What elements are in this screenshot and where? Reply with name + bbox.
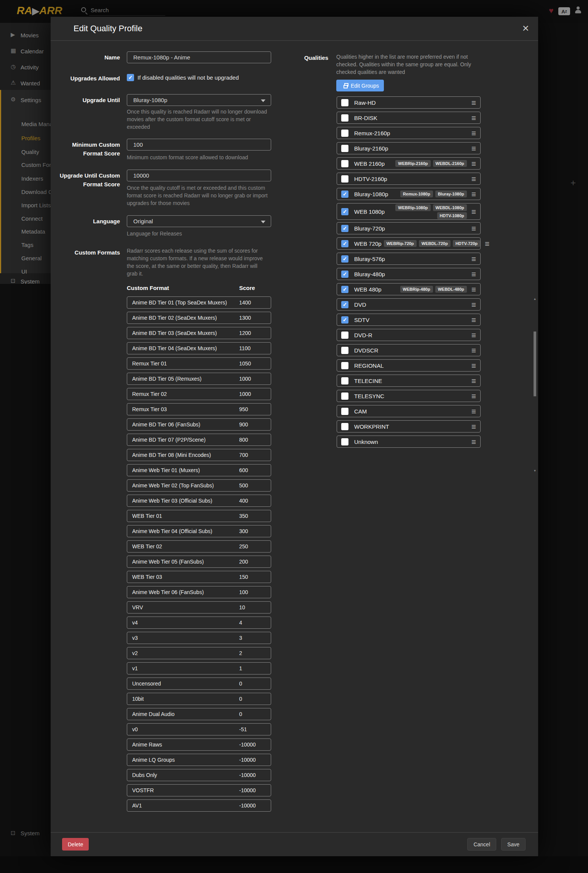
quality-item-unknown[interactable]: Unknown [337, 436, 481, 448]
drag-handle-icon[interactable] [471, 208, 476, 216]
custom-format-row[interactable]: 10bit0 [127, 693, 271, 705]
quality-item-sdtv[interactable]: SDTV [337, 314, 481, 326]
delete-button[interactable]: Delete [62, 838, 89, 851]
quality-item-telecine[interactable]: TELECINE [337, 375, 481, 387]
quality-item-dvdscr[interactable]: DVDSCR [337, 344, 481, 356]
quality-checkbox[interactable] [341, 255, 348, 263]
drag-handle-icon[interactable] [471, 392, 476, 400]
custom-format-row[interactable]: WEB Tier 01350 [127, 510, 271, 522]
upgrade-until-score-input[interactable]: 10000 [127, 170, 271, 181]
upgrades-allowed-checkbox[interactable] [127, 74, 134, 81]
custom-format-row[interactable]: Anime BD Tier 08 (Mini Encodes)700 [127, 449, 271, 461]
quality-checkbox[interactable] [341, 114, 348, 122]
drag-handle-icon[interactable] [471, 362, 476, 370]
close-icon[interactable] [522, 21, 529, 35]
quality-item-bluray-576p[interactable]: Bluray-576p [337, 253, 481, 265]
quality-checkbox[interactable] [341, 332, 348, 339]
quality-item-bluray-720p[interactable]: Bluray-720p [337, 222, 481, 234]
upgrade-until-select[interactable]: Bluray-1080p [127, 94, 271, 106]
quality-item-cam[interactable]: CAM [337, 405, 481, 417]
edit-groups-button[interactable]: Edit Groups [336, 80, 384, 91]
custom-format-row[interactable]: Uncensored0 [127, 678, 271, 690]
quality-checkbox[interactable] [341, 347, 348, 354]
quality-checkbox[interactable] [341, 316, 348, 324]
quality-checkbox[interactable] [341, 130, 348, 137]
custom-format-row[interactable]: Anime BD Tier 01 (Top SeaDex Muxers)1400 [127, 296, 271, 309]
quality-checkbox[interactable] [341, 286, 348, 293]
quality-checkbox[interactable] [341, 423, 348, 430]
quality-item-web-480p[interactable]: WEB 480pWEBRip-480pWEBDL-480p [337, 283, 481, 295]
custom-format-row[interactable]: WEB Tier 02250 [127, 540, 271, 553]
drag-handle-icon[interactable] [471, 407, 476, 415]
drag-handle-icon[interactable] [471, 160, 476, 168]
donate-heart-icon[interactable] [549, 6, 553, 15]
quality-checkbox[interactable] [341, 191, 348, 198]
quality-checkbox[interactable] [341, 225, 348, 232]
drag-handle-icon[interactable] [471, 331, 476, 339]
custom-format-row[interactable]: Anime Web Tier 04 (Official Subs)300 [127, 525, 271, 537]
quality-checkbox[interactable] [341, 240, 348, 247]
quality-checkbox[interactable] [341, 145, 348, 152]
custom-format-row[interactable]: v33 [127, 632, 271, 644]
quality-item-dvd[interactable]: DVD [337, 298, 481, 311]
custom-format-row[interactable]: AV1-10000 [127, 799, 271, 812]
quality-checkbox[interactable] [341, 99, 348, 106]
language-select[interactable]: Original [127, 215, 271, 227]
drag-handle-icon[interactable] [471, 224, 476, 232]
drag-handle-icon[interactable] [485, 240, 489, 248]
quality-checkbox[interactable] [341, 301, 348, 308]
custom-format-row[interactable]: v0-51 [127, 723, 271, 735]
search-input[interactable]: Search [91, 7, 109, 13]
drag-handle-icon[interactable] [471, 129, 476, 137]
quality-checkbox[interactable] [341, 160, 348, 167]
drag-handle-icon[interactable] [471, 346, 476, 354]
quality-checkbox[interactable] [341, 175, 348, 183]
name-input[interactable]: Remux-1080p - Anime [127, 51, 271, 63]
min-format-score-input[interactable]: 100 [127, 139, 271, 151]
search-icon[interactable] [81, 7, 86, 12]
drag-handle-icon[interactable] [471, 285, 476, 293]
translate-icon[interactable] [558, 7, 570, 15]
drag-handle-icon[interactable] [471, 301, 476, 309]
custom-format-row[interactable]: v22 [127, 647, 271, 659]
drag-handle-icon[interactable] [471, 377, 476, 385]
quality-item-remux-2160p[interactable]: Remux-2160p [337, 127, 481, 139]
scrollbar-thumb[interactable] [534, 332, 536, 396]
add-profile-button[interactable]: + [570, 178, 576, 188]
quality-item-bluray-2160p[interactable]: Bluray-2160p [337, 142, 481, 154]
quality-checkbox[interactable] [341, 208, 348, 215]
user-icon[interactable] [575, 6, 581, 15]
quality-checkbox[interactable] [341, 438, 348, 445]
custom-format-row[interactable]: Anime Web Tier 03 (Official Subs)400 [127, 495, 271, 507]
custom-format-row[interactable]: Anime Web Tier 05 (FanSubs)200 [127, 556, 271, 568]
quality-item-workprint[interactable]: WORKPRINT [337, 420, 481, 432]
quality-item-br-disk[interactable]: BR-DISK [337, 112, 481, 124]
quality-item-dvd-r[interactable]: DVD-R [337, 329, 481, 341]
custom-format-row[interactable]: Anime BD Tier 06 (FanSubs)900 [127, 418, 271, 431]
custom-format-row[interactable]: Anime Web Tier 06 (FanSubs)100 [127, 586, 271, 598]
quality-item-raw-hd[interactable]: Raw-HD [337, 96, 481, 109]
custom-format-row[interactable]: Anime BD Tier 03 (SeaDex Muxers)1200 [127, 327, 271, 339]
quality-checkbox[interactable] [341, 392, 348, 400]
cancel-button[interactable]: Cancel [467, 838, 496, 851]
radarr-logo[interactable]: RA▶ARR [17, 5, 62, 17]
scroll-up-icon[interactable]: ▲ [533, 297, 537, 301]
custom-format-row[interactable]: Anime Web Tier 02 (Top FanSubs)500 [127, 479, 271, 492]
custom-format-row[interactable]: v44 [127, 617, 271, 629]
custom-format-row[interactable]: Remux Tier 021000 [127, 388, 271, 400]
custom-format-row[interactable]: Anime BD Tier 04 (SeaDex Muxers)1100 [127, 342, 271, 354]
custom-format-row[interactable]: v11 [127, 662, 271, 674]
drag-handle-icon[interactable] [471, 438, 476, 446]
drag-handle-icon[interactable] [471, 316, 476, 324]
scroll-down-icon[interactable]: ▼ [533, 469, 537, 473]
drag-handle-icon[interactable] [471, 255, 476, 263]
drag-handle-icon[interactable] [471, 270, 476, 278]
drag-handle-icon[interactable] [471, 114, 476, 122]
quality-item-bluray-1080p[interactable]: Bluray-1080pRemux-1080pBluray-1080p [337, 188, 481, 200]
custom-format-row[interactable]: VOSTFR-10000 [127, 784, 271, 796]
save-button[interactable]: Save [501, 838, 526, 851]
quality-checkbox[interactable] [341, 271, 348, 278]
quality-item-web-1080p[interactable]: WEB 1080pWEBRip-1080pWEBDL-1080pHDTV-108… [337, 203, 481, 220]
custom-format-row[interactable]: Remux Tier 03950 [127, 403, 271, 415]
quality-item-bluray-480p[interactable]: Bluray-480p [337, 268, 481, 280]
